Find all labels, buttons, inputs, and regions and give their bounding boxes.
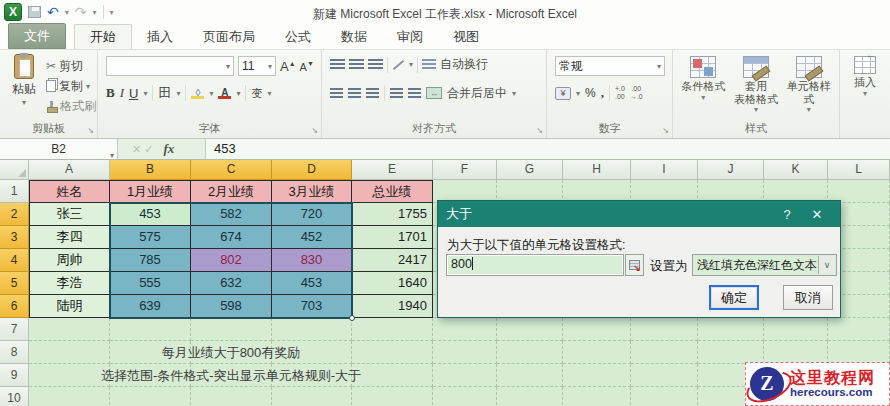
cell-I7[interactable] — [631, 318, 698, 341]
fill-color-dropdown-icon[interactable]: ▾ — [209, 89, 213, 98]
increase-font-button[interactable]: A▲ — [280, 59, 296, 74]
column-header-A[interactable]: A — [29, 160, 110, 180]
column-header-G[interactable]: G — [497, 160, 563, 180]
column-header-L[interactable]: L — [828, 160, 890, 180]
tab-data[interactable]: 数据 — [326, 25, 382, 49]
row-header-9[interactable]: 9 — [0, 364, 29, 387]
tab-file[interactable]: 文件 — [8, 23, 66, 49]
chevron-down-icon[interactable]: ∨ — [818, 256, 835, 274]
increase-decimal-button[interactable]: +.0.00 — [615, 85, 625, 100]
cell-A10[interactable] — [29, 387, 110, 406]
fill-color-button[interactable]: ◊ — [191, 88, 204, 99]
cell-E10[interactable] — [352, 387, 433, 406]
paste-dropdown-icon[interactable]: ▾ — [4, 98, 44, 107]
cell-B6[interactable]: 639 — [110, 295, 191, 318]
tab-view[interactable]: 视图 — [438, 25, 494, 49]
cell-F10[interactable] — [433, 387, 497, 406]
ok-button[interactable]: 确定 — [709, 285, 759, 310]
cell-C7[interactable] — [191, 318, 272, 341]
cell-A5[interactable]: 李浩 — [29, 272, 110, 295]
column-header-B[interactable]: B — [110, 160, 191, 180]
cell-F8[interactable] — [433, 341, 497, 364]
name-box[interactable]: B2▾ — [0, 139, 118, 159]
cell-D2[interactable]: 720 — [272, 203, 352, 226]
clipboard-dialog-launcher[interactable]: ↘ — [87, 126, 94, 135]
align-top-icon[interactable] — [330, 59, 345, 70]
cell-D10[interactable] — [272, 387, 352, 406]
orientation-icon[interactable] — [393, 60, 404, 70]
select-all-corner[interactable] — [0, 160, 29, 180]
cell-C1[interactable]: 2月业绩 — [191, 180, 272, 203]
accounting-dropdown-icon[interactable]: ▾ — [576, 89, 580, 98]
column-header-E[interactable]: E — [352, 160, 433, 180]
cell-E8[interactable] — [352, 341, 433, 364]
cell-E6[interactable]: 1940 — [352, 295, 433, 318]
tab-review[interactable]: 审阅 — [382, 25, 438, 49]
font-dialog-launcher[interactable]: ↘ — [311, 126, 318, 135]
cell-B2[interactable]: 453 — [110, 203, 191, 226]
cell-B1[interactable]: 1月业绩 — [110, 180, 191, 203]
cell-E1[interactable]: 总业绩 — [352, 180, 433, 203]
borders-dropdown-icon[interactable]: ▾ — [176, 89, 180, 98]
cell-I8[interactable] — [631, 341, 698, 364]
cell-D1[interactable]: 3月业绩 — [272, 180, 352, 203]
borders-button[interactable]: 田 — [158, 84, 171, 102]
tab-formulas[interactable]: 公式 — [270, 25, 326, 49]
format-style-select[interactable]: 浅红填充色深红色文本∨ — [692, 254, 837, 276]
cell-B7[interactable] — [110, 318, 191, 341]
column-header-J[interactable]: J — [698, 160, 764, 180]
cell-B4[interactable]: 785 — [110, 249, 191, 272]
paste-button[interactable]: 粘贴 ▾ — [4, 54, 44, 120]
column-header-C[interactable]: C — [191, 160, 272, 180]
column-header-F[interactable]: F — [433, 160, 497, 180]
column-header-K[interactable]: K — [764, 160, 828, 180]
column-header-D[interactable]: D — [272, 160, 352, 180]
number-dialog-launcher[interactable]: ↘ — [662, 126, 669, 135]
cell-A4[interactable]: 周帅 — [29, 249, 110, 272]
decrease-indent-icon[interactable] — [390, 88, 403, 99]
row-header-1[interactable]: 1 — [0, 180, 29, 203]
italic-button[interactable]: I — [120, 85, 124, 101]
cut-button[interactable]: ✂剪切 — [46, 56, 96, 76]
cell-A6[interactable]: 陆明 — [29, 295, 110, 318]
row-header-7[interactable]: 7 — [0, 318, 29, 341]
range-selector-button[interactable] — [625, 254, 644, 276]
wrap-text-button[interactable]: 自动换行 — [440, 56, 488, 73]
cell-B10[interactable] — [110, 387, 191, 406]
cell-G8[interactable] — [497, 341, 563, 364]
cell-E7[interactable] — [352, 318, 433, 341]
underline-dropdown-icon[interactable]: ▾ — [143, 89, 147, 98]
cell-C10[interactable] — [191, 387, 272, 406]
copy-button[interactable]: 复制▾ — [46, 76, 96, 96]
dialog-title-bar[interactable]: 大于 ? ✕ — [438, 201, 840, 227]
cell-F9[interactable] — [433, 364, 497, 387]
close-icon[interactable]: ✕ — [802, 207, 832, 222]
cell-K7[interactable] — [764, 318, 828, 341]
cell-J8[interactable] — [698, 341, 764, 364]
row-header-6[interactable]: 6 — [0, 295, 29, 318]
cell-J7[interactable] — [698, 318, 764, 341]
row-header-2[interactable]: 2 — [0, 203, 29, 226]
cell-D3[interactable]: 452 — [272, 226, 352, 249]
insert-function-icon[interactable]: fx — [164, 141, 175, 157]
font-size-select[interactable]: 11▾ — [238, 56, 276, 76]
row-header-5[interactable]: 5 — [0, 272, 29, 295]
cell-E4[interactable]: 2417 — [352, 249, 433, 272]
font-color-dropdown-icon[interactable]: ▾ — [236, 89, 240, 98]
cell-D6[interactable]: 703 — [272, 295, 352, 318]
column-header-I[interactable]: I — [631, 160, 698, 180]
insert-cells-button[interactable]: 插入 ▾ — [840, 50, 890, 98]
column-header-H[interactable]: H — [563, 160, 631, 180]
cell-D5[interactable]: 453 — [272, 272, 352, 295]
cell-C4[interactable]: 802 — [191, 249, 272, 272]
increase-indent-icon[interactable] — [408, 88, 421, 99]
conditional-formatting-button[interactable]: 条件格式 ▾ — [677, 52, 730, 114]
tab-home[interactable]: 开始 — [74, 24, 132, 49]
cell-E2[interactable]: 1755 — [352, 203, 433, 226]
cell-B5[interactable]: 555 — [110, 272, 191, 295]
cell-H10[interactable] — [563, 387, 631, 406]
align-bottom-icon[interactable] — [368, 59, 383, 70]
align-center-icon[interactable] — [348, 88, 361, 99]
cell-H7[interactable] — [563, 318, 631, 341]
bold-button[interactable]: B — [106, 85, 115, 101]
